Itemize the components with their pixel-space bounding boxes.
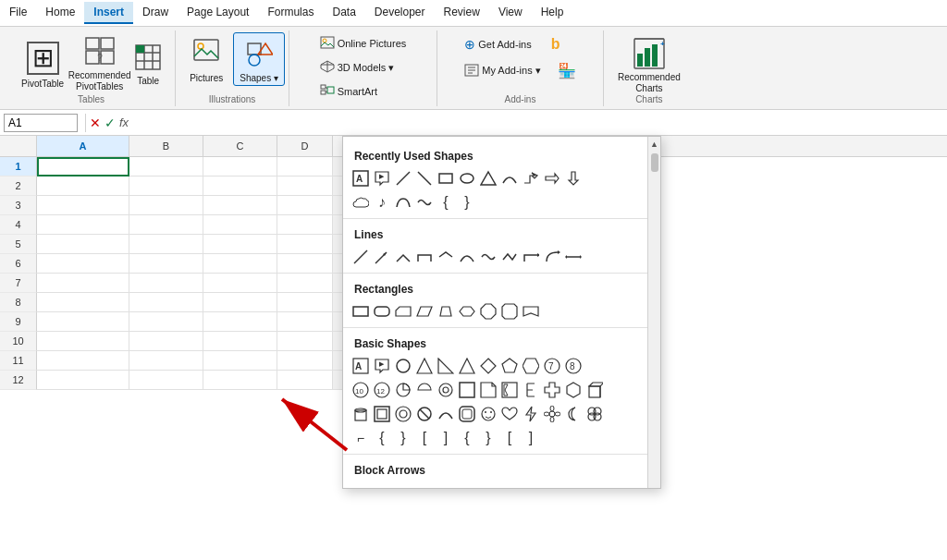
basic-bracket-left[interactable]: [ — [414, 428, 435, 448]
basic-donut[interactable] — [436, 380, 456, 400]
col-header-b[interactable]: B — [129, 136, 203, 156]
menu-data[interactable]: Data — [323, 2, 364, 24]
line-arrow[interactable] — [372, 247, 392, 267]
basic-text[interactable]: A — [351, 356, 371, 376]
basic-hexagon[interactable] — [521, 356, 541, 376]
basic-moon[interactable] — [563, 404, 584, 424]
cell-a4[interactable] — [37, 215, 129, 235]
basic-number12[interactable]: 12 — [372, 380, 392, 400]
cell-a11[interactable] — [37, 351, 129, 371]
cell-c3[interactable] — [203, 196, 277, 215]
bing-button[interactable]: b — [542, 32, 570, 56]
line-double-arrow[interactable] — [563, 247, 584, 267]
cell-d1[interactable] — [277, 157, 333, 177]
shape-arrow-bent[interactable] — [521, 168, 541, 189]
cell-d2[interactable] — [277, 177, 333, 196]
basic-bevel[interactable] — [372, 404, 392, 424]
basic-frame[interactable] — [499, 380, 520, 400]
menu-home[interactable]: Home — [36, 2, 84, 24]
cell-a1[interactable] — [37, 157, 129, 177]
scroll-up-button[interactable]: ▲ — [647, 137, 661, 152]
basic-brace-right[interactable]: } — [393, 428, 413, 448]
shape-line2[interactable] — [414, 168, 435, 189]
table-button[interactable]: Table — [129, 40, 167, 91]
menu-draw[interactable]: Draw — [133, 2, 178, 24]
cell-a6[interactable] — [37, 254, 129, 274]
cell-b12[interactable] — [129, 371, 203, 390]
basic-chord[interactable] — [414, 380, 435, 400]
shape-wave[interactable] — [414, 192, 435, 213]
shape-oval[interactable] — [457, 168, 477, 189]
cell-a2[interactable] — [37, 177, 129, 196]
menu-page-layout[interactable]: Page Layout — [178, 2, 258, 24]
cell-c4[interactable] — [203, 215, 277, 235]
rect-parallelogram[interactable] — [414, 301, 435, 322]
menu-developer[interactable]: Developer — [365, 2, 435, 24]
basic-plaque[interactable] — [457, 404, 477, 424]
cell-b4[interactable] — [129, 215, 203, 235]
basic-diamond2[interactable] — [563, 380, 584, 400]
line-elbow[interactable] — [521, 247, 541, 267]
cell-b6[interactable] — [129, 254, 203, 274]
rect-hexagon[interactable] — [457, 301, 477, 322]
col-header-d[interactable]: D — [277, 136, 333, 156]
col-header-c[interactable]: C — [203, 136, 277, 156]
cell-d9[interactable] — [277, 312, 333, 332]
cell-a7[interactable] — [37, 274, 129, 293]
rect-plain[interactable] — [351, 301, 371, 322]
basic-right-triangle[interactable] — [436, 356, 456, 376]
cell-d8[interactable] — [277, 293, 333, 312]
online-pictures-button[interactable]: Online Pictures — [314, 32, 413, 55]
cell-d11[interactable] — [277, 351, 333, 371]
cancel-formula-icon[interactable]: ✕ — [90, 116, 101, 130]
3d-models-button[interactable]: 3D Models ▾ — [314, 56, 413, 79]
addins-store-button[interactable]: 🏪 — [551, 58, 583, 83]
shape-cloud[interactable] — [351, 192, 371, 213]
cell-d3[interactable] — [277, 196, 333, 215]
shape-brace-open[interactable]: { — [436, 192, 456, 213]
cell-c7[interactable] — [203, 274, 277, 293]
rect-rounded[interactable] — [372, 301, 392, 322]
basic-bracket-left2[interactable]: [ — [499, 428, 520, 448]
line-zigzag[interactable] — [499, 247, 520, 267]
smartart-button[interactable]: SmartArt — [314, 80, 413, 103]
basic-pentagon[interactable] — [499, 356, 520, 376]
basic-bracket-right2[interactable]: ] — [521, 428, 541, 448]
menu-review[interactable]: Review — [435, 2, 489, 24]
shape-curve[interactable] — [393, 192, 413, 213]
cell-b8[interactable] — [129, 293, 203, 312]
shape-down-arrow[interactable] — [563, 168, 584, 189]
basic-triangle[interactable] — [414, 356, 435, 376]
pictures-button[interactable]: Pictures — [183, 32, 229, 86]
cell-a9[interactable] — [37, 312, 129, 332]
basic-diamond[interactable] — [478, 356, 498, 376]
line-wave[interactable] — [478, 247, 498, 267]
cell-c8[interactable] — [203, 293, 277, 312]
get-addins-button[interactable]: ⊕ Get Add-ins — [458, 33, 537, 55]
cell-a8[interactable] — [37, 293, 129, 312]
basic-pie[interactable] — [393, 380, 413, 400]
basic-ring[interactable] — [393, 404, 413, 424]
basic-arc2[interactable] — [436, 404, 456, 424]
cell-a10[interactable] — [37, 332, 129, 351]
basic-number10[interactable]: 10 — [351, 380, 371, 400]
cell-d5[interactable] — [277, 235, 333, 254]
basic-cylinder[interactable] — [351, 404, 371, 424]
formula-input[interactable] — [129, 114, 943, 131]
cell-b5[interactable] — [129, 235, 203, 254]
cell-b11[interactable] — [129, 351, 203, 371]
cell-a3[interactable] — [37, 196, 129, 215]
line-connector2[interactable] — [414, 247, 435, 267]
cell-d4[interactable] — [277, 215, 333, 235]
cell-b2[interactable] — [129, 177, 203, 196]
cell-a12[interactable] — [37, 371, 129, 390]
recommended-charts-button[interactable]: + RecommendedCharts — [611, 32, 687, 99]
basic-brace-left[interactable]: { — [372, 428, 392, 448]
pivot-table-button[interactable]: ⊞ PivotTable — [15, 37, 70, 93]
cell-c9[interactable] — [203, 312, 277, 332]
basic-brace-left2[interactable]: { — [457, 428, 477, 448]
recommended-pivottables-button[interactable]: ? RecommendedPivotTables — [74, 32, 125, 97]
menu-view[interactable]: View — [489, 2, 532, 24]
cell-c5[interactable] — [203, 235, 277, 254]
rect-chamfer[interactable] — [499, 301, 520, 322]
